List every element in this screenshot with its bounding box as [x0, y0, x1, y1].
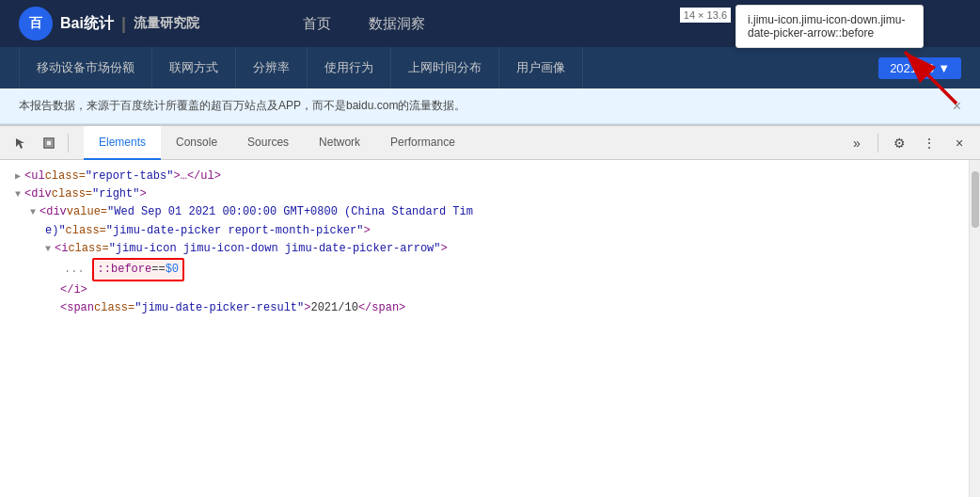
pseudo-before-text: ::before: [98, 261, 152, 279]
tag-div-right-close: >: [139, 185, 146, 203]
tab-behavior[interactable]: 使用行为: [308, 47, 391, 88]
code-line-ul[interactable]: ▶ <ul class="report-tabs" >…</ul>: [0, 168, 969, 185]
tab-user-portrait[interactable]: 用户画像: [499, 47, 583, 88]
attr-class-i-val: "jimu-icon jimu-icon-down jimu-date-pick…: [109, 240, 441, 258]
code-area: ▶ <ul class="report-tabs" >…</ul> ▼ <div…: [0, 160, 969, 497]
more-options-button[interactable]: ⋮: [916, 130, 942, 156]
tab-network-type[interactable]: 联网方式: [152, 47, 236, 88]
tab-performance[interactable]: Performance: [375, 126, 470, 160]
attr-class-name: class=: [52, 185, 92, 203]
code-line-span[interactable]: <span class="jimu-date-picker-result" > …: [0, 299, 969, 317]
code-line-i[interactable]: ▼ <i class="jimu-icon jimu-icon-down jim…: [0, 240, 969, 258]
code-line-before[interactable]: ... ::before == $0: [0, 258, 969, 281]
nav-home[interactable]: 首页: [303, 15, 331, 33]
inspect-box-icon[interactable]: [36, 130, 62, 156]
notice-close-button[interactable]: ×: [953, 98, 961, 115]
attr-class-span: class=: [94, 299, 134, 317]
scrollbar[interactable]: [969, 160, 980, 497]
date-picker[interactable]: 2021/10 ▼: [878, 57, 961, 79]
tab-sources[interactable]: Sources: [232, 126, 304, 160]
attr-value-name: value=: [67, 203, 107, 221]
devtools-more-area: » ⚙ ⋮ ×: [844, 130, 972, 156]
pseudo-dollar: $0: [166, 261, 179, 279]
tag-span-end: </span>: [358, 299, 405, 317]
notice-text: 本报告数据，来源于百度统计所覆盖的超百万站点及APP，而不是baidu.com的…: [19, 98, 466, 114]
attr-class-span-val: "jimu-date-picker-result": [134, 299, 304, 317]
close-devtools-button[interactable]: ×: [946, 130, 972, 156]
code-line-datepicker-1[interactable]: ▼ <div value="Wed Sep 01 2021 00:00:00 G…: [0, 203, 969, 221]
tab-time-dist[interactable]: 上网时间分布: [391, 47, 499, 88]
tag-i-close: >: [441, 240, 448, 258]
tab-resolution[interactable]: 分辨率: [236, 47, 308, 88]
dots-button[interactable]: ...: [56, 261, 92, 279]
tag-span-open: <span: [60, 299, 94, 317]
cursor-icon[interactable]: [8, 130, 34, 156]
tag-i: <i: [55, 240, 68, 258]
tab-elements[interactable]: Elements: [84, 126, 161, 160]
tab-bar: 移动设备市场份额 联网方式 分辨率 使用行为 上网时间分布 用户画像 2021/…: [0, 47, 980, 88]
main-nav: 首页 数据洞察: [303, 15, 425, 33]
pseudo-before-highlight: ::before == $0: [92, 258, 184, 281]
attr-value-wrap: e)": [45, 222, 66, 240]
expand-icon[interactable]: ▼: [15, 187, 21, 202]
tag-div-datepicker: <div: [40, 203, 67, 221]
devtools-tabs: Elements Console Sources Network Perform…: [84, 126, 470, 160]
attr-value-val: "Wed Sep 01 2021 00:00:00 GMT+0800 (Chin…: [107, 203, 473, 221]
expand-icon[interactable]: ▼: [45, 242, 51, 257]
tag-ul-close: >…</ul>: [173, 168, 220, 185]
expand-icon[interactable]: ▼: [30, 205, 36, 220]
tag-ul-open: <ul: [24, 168, 45, 185]
code-line-datepicker-2[interactable]: e)" class="jimu-date-picker report-month…: [0, 222, 969, 240]
tag-div-close2: >: [363, 222, 370, 240]
tooltip-content: i.jimu-icon.jimu-icon-down.jimu-date-pic…: [748, 13, 905, 40]
tooltip-box: i.jimu-icon.jimu-icon-down.jimu-date-pic…: [735, 5, 924, 48]
code-line-close-i[interactable]: </i>: [0, 281, 969, 299]
attr-class-i: class=: [68, 240, 108, 258]
attr-class-value: "report-tabs": [86, 168, 174, 185]
attr-class-value2: "jimu-date-picker report-month-picker": [106, 222, 364, 240]
code-panel: ▶ <ul class="report-tabs" >…</ul> ▼ <div…: [0, 160, 980, 497]
tag-span-mid: >: [304, 299, 310, 317]
tag-i-end: </i>: [60, 281, 87, 299]
attr-class-value: "right": [92, 185, 139, 203]
logo-text: Bai统计: [60, 14, 114, 34]
expand-icon[interactable]: ▶: [15, 169, 21, 184]
notice-bar: 本报告数据，来源于百度统计所覆盖的超百万站点及APP，而不是baidu.com的…: [0, 88, 980, 124]
more-tabs-button[interactable]: »: [844, 130, 870, 156]
devtools-panel: Elements Console Sources Network Perform…: [0, 124, 980, 497]
nav-data[interactable]: 数据洞察: [369, 15, 425, 33]
logo-icon: 百: [19, 7, 53, 40]
svg-rect-3: [46, 140, 52, 146]
span-text: 2021/10: [310, 299, 357, 317]
pseudo-eq: ==: [151, 261, 165, 279]
code-line-div-right[interactable]: ▼ <div class="right" >: [0, 185, 969, 203]
tab-mobile-market[interactable]: 移动设备市场份额: [19, 47, 152, 88]
attr-class-name2: class=: [66, 222, 106, 240]
tab-console[interactable]: Console: [161, 126, 232, 160]
settings-button[interactable]: ⚙: [886, 130, 912, 156]
scrollbar-thumb[interactable]: [972, 171, 979, 228]
date-dropdown-arrow-icon: ▼: [938, 61, 950, 75]
tag-div-right: <div: [24, 185, 52, 203]
attr-class-name: class=: [45, 168, 86, 185]
site-title: 流量研究院: [134, 15, 199, 32]
devtools-toolbar: Elements Console Sources Network Perform…: [0, 126, 980, 160]
tab-network[interactable]: Network: [304, 126, 375, 160]
website-bar: 百 Bai统计 | 流量研究院 首页 数据洞察 i.jimu-icon.jimu…: [0, 0, 980, 47]
divider: |: [121, 14, 126, 34]
tooltip-size: 14 × 13.6: [680, 8, 731, 23]
logo-area: 百 Bai统计 | 流量研究院: [19, 7, 199, 40]
date-value: 2021/10: [890, 61, 934, 75]
